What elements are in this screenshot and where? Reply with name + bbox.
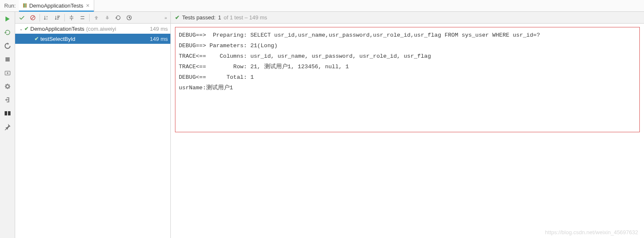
settings-button[interactable]	[3, 82, 12, 91]
test-node-name: testSelectById	[40, 36, 75, 42]
test-node-root[interactable]: ⌄ ✔ DemoApplicationTests (com.aiweiyi 14…	[15, 24, 170, 34]
test-toolbar: az »	[15, 12, 170, 24]
svg-rect-10	[57, 17, 59, 18]
console-output[interactable]: DEBUG==> Preparing: SELECT usr_id,usr_na…	[175, 27, 640, 132]
status-passed-count: 1	[218, 14, 221, 21]
stop-button[interactable]	[3, 55, 12, 64]
test-node-time: 149 ms	[150, 36, 168, 42]
toolbar-overflow-button[interactable]: »	[164, 15, 169, 20]
run-label: Run:	[0, 3, 19, 9]
console-panel: ✔ Tests passed: 1 of 1 test – 149 ms DEB…	[171, 12, 644, 238]
tab-title: DemoApplicationTests	[29, 3, 83, 9]
status-suffix: of 1 test – 149 ms	[224, 14, 267, 21]
svg-text:z: z	[46, 18, 48, 20]
test-tree[interactable]: ⌄ ✔ DemoApplicationTests (com.aiweiyi 14…	[15, 24, 170, 238]
exit-button[interactable]	[3, 95, 12, 104]
svg-line-6	[32, 16, 34, 19]
svg-rect-3	[5, 111, 7, 115]
collapse-all-button[interactable]	[77, 13, 87, 22]
close-icon[interactable]: ✕	[86, 3, 90, 8]
next-failed-button[interactable]	[102, 13, 112, 22]
svg-rect-0	[5, 57, 10, 62]
chevron-down-icon: ⌄	[18, 27, 24, 31]
test-node-child[interactable]: ✔ testSelectById 149 ms	[15, 34, 170, 44]
left-tool-rail	[0, 12, 15, 238]
svg-rect-4	[8, 111, 11, 115]
show-ignored-button[interactable]	[28, 13, 38, 22]
svg-rect-11	[57, 19, 58, 19]
layout-button[interactable]	[3, 109, 12, 118]
test-status-bar: ✔ Tests passed: 1 of 1 test – 149 ms	[171, 12, 644, 24]
toggle-auto-test-button[interactable]	[3, 41, 12, 51]
status-prefix: Tests passed:	[182, 14, 216, 21]
run-tab-demoapplicationtests[interactable]: DemoApplicationTests ✕	[19, 0, 94, 11]
svg-rect-9	[57, 16, 60, 16]
sort-alpha-button[interactable]: az	[42, 13, 52, 22]
run-button[interactable]	[3, 14, 12, 24]
check-icon: ✔	[175, 14, 180, 21]
pin-button[interactable]	[3, 122, 12, 131]
rerun-failed-button[interactable]	[3, 28, 12, 37]
expand-all-button[interactable]	[66, 13, 77, 22]
svg-text:a: a	[46, 15, 48, 18]
check-icon: ✔	[34, 36, 39, 42]
dump-threads-button[interactable]	[3, 68, 12, 78]
export-results-button[interactable]	[113, 13, 123, 22]
sort-duration-button[interactable]	[53, 13, 63, 22]
test-node-meta: (com.aiweiyi	[86, 26, 117, 32]
svg-point-2	[7, 72, 8, 74]
test-node-name: DemoApplicationTests	[30, 26, 85, 32]
prev-failed-button[interactable]	[91, 13, 101, 22]
test-node-time: 149 ms	[150, 26, 168, 32]
watermark: https://blog.csdn.net/weixin_45697632	[545, 229, 638, 235]
test-tree-panel: az » ⌄ ✔ DemoApplicationTests (com.aiwei…	[15, 12, 171, 238]
history-button[interactable]	[124, 13, 134, 22]
run-tab-bar: Run: DemoApplicationTests ✕	[0, 0, 644, 12]
check-icon: ✔	[24, 26, 29, 32]
tab-icon	[23, 3, 27, 9]
show-passed-button[interactable]	[17, 13, 27, 22]
